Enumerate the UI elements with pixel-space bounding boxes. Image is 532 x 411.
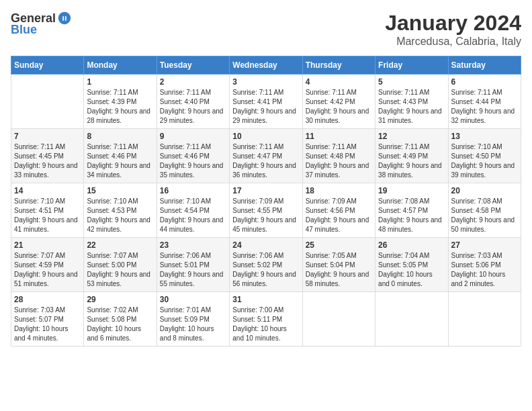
calendar-cell: 24Sunrise: 7:06 AMSunset: 5:02 PMDayligh… bbox=[230, 238, 302, 292]
calendar-cell: 2Sunrise: 7:11 AMSunset: 4:40 PMDaylight… bbox=[157, 75, 229, 129]
calendar-cell: 8Sunrise: 7:11 AMSunset: 4:46 PMDaylight… bbox=[84, 129, 157, 183]
calendar-cell bbox=[448, 292, 521, 347]
day-number: 2 bbox=[160, 77, 226, 87]
calendar-week-row: 21Sunrise: 7:07 AMSunset: 4:59 PMDayligh… bbox=[11, 238, 521, 292]
day-number: 15 bbox=[87, 186, 153, 195]
day-info: Sunrise: 7:09 AMSunset: 4:56 PMDaylight:… bbox=[306, 197, 372, 234]
day-info: Sunrise: 7:01 AMSunset: 5:09 PMDaylight:… bbox=[160, 306, 226, 343]
title-block: January 2024 Marcedusa, Calabria, Italy bbox=[385, 11, 521, 48]
weekday-header-friday: Friday bbox=[375, 56, 448, 75]
day-info: Sunrise: 7:04 AMSunset: 5:05 PMDaylight:… bbox=[378, 251, 445, 289]
day-info: Sunrise: 7:06 AMSunset: 5:01 PMDaylight:… bbox=[160, 251, 226, 289]
day-info: Sunrise: 7:06 AMSunset: 5:02 PMDaylight:… bbox=[232, 251, 299, 289]
day-number: 14 bbox=[14, 186, 81, 195]
day-info: Sunrise: 7:11 AMSunset: 4:39 PMDaylight:… bbox=[87, 88, 153, 126]
calendar-cell: 18Sunrise: 7:09 AMSunset: 4:56 PMDayligh… bbox=[302, 183, 375, 238]
day-number: 10 bbox=[232, 132, 299, 141]
calendar-table: SundayMondayTuesdayWednesdayThursdayFrid… bbox=[11, 56, 521, 347]
calendar-week-row: 28Sunrise: 7:03 AMSunset: 5:07 PMDayligh… bbox=[11, 292, 521, 347]
day-number: 6 bbox=[451, 77, 518, 87]
day-number: 11 bbox=[306, 132, 372, 141]
day-number: 12 bbox=[378, 132, 445, 141]
day-number: 24 bbox=[232, 240, 299, 250]
calendar-cell: 21Sunrise: 7:07 AMSunset: 4:59 PMDayligh… bbox=[11, 238, 84, 292]
day-info: Sunrise: 7:10 AMSunset: 4:54 PMDaylight:… bbox=[160, 197, 226, 234]
day-number: 13 bbox=[451, 132, 518, 141]
calendar-cell: 19Sunrise: 7:08 AMSunset: 4:57 PMDayligh… bbox=[375, 183, 448, 238]
calendar-week-row: 1Sunrise: 7:11 AMSunset: 4:39 PMDaylight… bbox=[11, 75, 521, 129]
day-info: Sunrise: 7:11 AMSunset: 4:48 PMDaylight:… bbox=[306, 142, 372, 180]
page-header: General Blue January 2024 Marcedusa, Cal… bbox=[11, 11, 521, 48]
day-info: Sunrise: 7:05 AMSunset: 5:04 PMDaylight:… bbox=[306, 251, 372, 289]
day-number: 26 bbox=[378, 240, 445, 250]
day-info: Sunrise: 7:11 AMSunset: 4:44 PMDaylight:… bbox=[451, 88, 518, 126]
calendar-cell: 9Sunrise: 7:11 AMSunset: 4:46 PMDaylight… bbox=[157, 129, 229, 183]
weekday-header-saturday: Saturday bbox=[448, 56, 521, 75]
weekday-header-sunday: Sunday bbox=[11, 56, 84, 75]
day-number: 18 bbox=[306, 186, 372, 195]
calendar-cell: 4Sunrise: 7:11 AMSunset: 4:42 PMDaylight… bbox=[302, 75, 375, 129]
day-info: Sunrise: 7:11 AMSunset: 4:40 PMDaylight:… bbox=[160, 88, 226, 126]
weekday-header-tuesday: Tuesday bbox=[157, 56, 229, 75]
day-number: 7 bbox=[14, 132, 81, 141]
logo-icon bbox=[57, 11, 72, 26]
day-info: Sunrise: 7:03 AMSunset: 5:06 PMDaylight:… bbox=[451, 251, 518, 289]
day-number: 16 bbox=[160, 186, 226, 195]
calendar-cell bbox=[11, 75, 84, 129]
day-info: Sunrise: 7:08 AMSunset: 4:57 PMDaylight:… bbox=[378, 197, 445, 234]
calendar-cell: 13Sunrise: 7:10 AMSunset: 4:50 PMDayligh… bbox=[448, 129, 521, 183]
day-number: 22 bbox=[87, 240, 153, 250]
day-info: Sunrise: 7:11 AMSunset: 4:47 PMDaylight:… bbox=[232, 142, 299, 180]
day-info: Sunrise: 7:03 AMSunset: 5:07 PMDaylight:… bbox=[14, 306, 81, 343]
day-info: Sunrise: 7:10 AMSunset: 4:50 PMDaylight:… bbox=[451, 142, 518, 180]
calendar-week-row: 7Sunrise: 7:11 AMSunset: 4:45 PMDaylight… bbox=[11, 129, 521, 183]
weekday-header-thursday: Thursday bbox=[302, 56, 375, 75]
weekday-header-row: SundayMondayTuesdayWednesdayThursdayFrid… bbox=[11, 56, 521, 75]
calendar-cell: 17Sunrise: 7:09 AMSunset: 4:55 PMDayligh… bbox=[230, 183, 302, 238]
day-info: Sunrise: 7:11 AMSunset: 4:43 PMDaylight:… bbox=[378, 88, 445, 126]
calendar-cell: 28Sunrise: 7:03 AMSunset: 5:07 PMDayligh… bbox=[11, 292, 84, 347]
calendar-cell: 14Sunrise: 7:10 AMSunset: 4:51 PMDayligh… bbox=[11, 183, 84, 238]
calendar-cell: 25Sunrise: 7:05 AMSunset: 5:04 PMDayligh… bbox=[302, 238, 375, 292]
calendar-cell: 6Sunrise: 7:11 AMSunset: 4:44 PMDaylight… bbox=[448, 75, 521, 129]
weekday-header-wednesday: Wednesday bbox=[230, 56, 302, 75]
day-info: Sunrise: 7:00 AMSunset: 5:11 PMDaylight:… bbox=[232, 306, 299, 343]
calendar-cell: 30Sunrise: 7:01 AMSunset: 5:09 PMDayligh… bbox=[157, 292, 229, 347]
day-number: 17 bbox=[232, 186, 299, 195]
day-info: Sunrise: 7:09 AMSunset: 4:55 PMDaylight:… bbox=[232, 197, 299, 234]
day-number: 20 bbox=[451, 186, 518, 195]
calendar-cell: 1Sunrise: 7:11 AMSunset: 4:39 PMDaylight… bbox=[84, 75, 157, 129]
day-info: Sunrise: 7:11 AMSunset: 4:46 PMDaylight:… bbox=[160, 142, 226, 180]
calendar-cell bbox=[302, 292, 375, 347]
calendar-cell: 15Sunrise: 7:10 AMSunset: 4:53 PMDayligh… bbox=[84, 183, 157, 238]
day-info: Sunrise: 7:10 AMSunset: 4:53 PMDaylight:… bbox=[87, 197, 153, 234]
weekday-header-monday: Monday bbox=[84, 56, 157, 75]
calendar-cell: 10Sunrise: 7:11 AMSunset: 4:47 PMDayligh… bbox=[230, 129, 302, 183]
calendar-cell: 3Sunrise: 7:11 AMSunset: 4:41 PMDaylight… bbox=[230, 75, 302, 129]
calendar-week-row: 14Sunrise: 7:10 AMSunset: 4:51 PMDayligh… bbox=[11, 183, 521, 238]
calendar-cell: 20Sunrise: 7:08 AMSunset: 4:58 PMDayligh… bbox=[448, 183, 521, 238]
calendar-cell: 22Sunrise: 7:07 AMSunset: 5:00 PMDayligh… bbox=[84, 238, 157, 292]
day-number: 19 bbox=[378, 186, 445, 195]
day-number: 4 bbox=[306, 77, 372, 87]
month-title: January 2024 bbox=[385, 11, 521, 36]
day-number: 1 bbox=[87, 77, 153, 87]
calendar-cell: 11Sunrise: 7:11 AMSunset: 4:48 PMDayligh… bbox=[302, 129, 375, 183]
day-info: Sunrise: 7:11 AMSunset: 4:49 PMDaylight:… bbox=[378, 142, 445, 180]
day-info: Sunrise: 7:02 AMSunset: 5:08 PMDaylight:… bbox=[87, 306, 153, 343]
calendar-cell: 31Sunrise: 7:00 AMSunset: 5:11 PMDayligh… bbox=[230, 292, 302, 347]
calendar-cell: 12Sunrise: 7:11 AMSunset: 4:49 PMDayligh… bbox=[375, 129, 448, 183]
day-info: Sunrise: 7:11 AMSunset: 4:45 PMDaylight:… bbox=[14, 142, 81, 180]
day-number: 30 bbox=[160, 295, 226, 304]
day-info: Sunrise: 7:07 AMSunset: 5:00 PMDaylight:… bbox=[87, 251, 153, 289]
day-number: 29 bbox=[87, 295, 153, 304]
calendar-cell: 26Sunrise: 7:04 AMSunset: 5:05 PMDayligh… bbox=[375, 238, 448, 292]
day-info: Sunrise: 7:11 AMSunset: 4:42 PMDaylight:… bbox=[306, 88, 372, 126]
day-number: 23 bbox=[160, 240, 226, 250]
calendar-cell bbox=[375, 292, 448, 347]
day-number: 8 bbox=[87, 132, 153, 141]
location-title: Marcedusa, Calabria, Italy bbox=[385, 36, 521, 48]
day-number: 9 bbox=[160, 132, 226, 141]
day-number: 21 bbox=[14, 240, 81, 250]
logo-blue-text: Blue bbox=[11, 23, 37, 37]
